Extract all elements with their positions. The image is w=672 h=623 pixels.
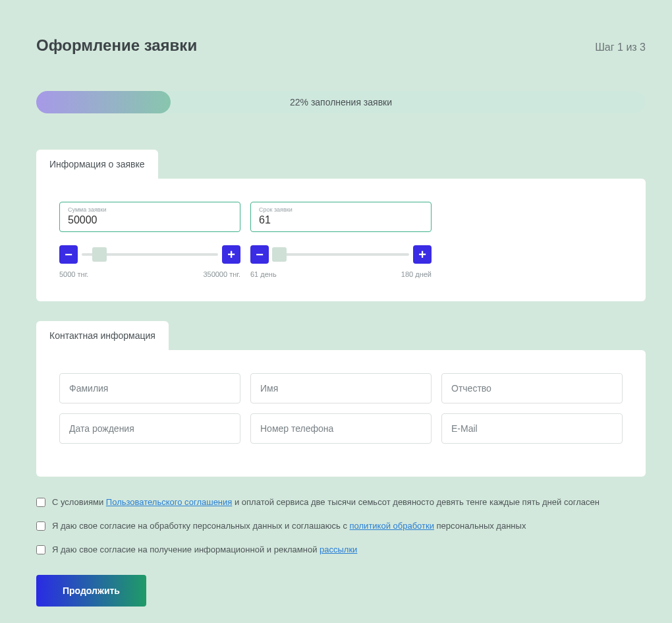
amount-label: Сумма заявки — [68, 206, 232, 213]
email-input[interactable] — [441, 413, 623, 444]
consent-terms-text: С условиями Пользовательского соглашения… — [52, 496, 600, 508]
term-label: Срок заявки — [259, 206, 423, 213]
continue-button[interactable]: Продолжить — [36, 575, 146, 607]
amount-minus-button[interactable]: − — [59, 245, 78, 264]
amount-slider-thumb[interactable] — [92, 247, 107, 262]
term-minus-button[interactable]: − — [250, 245, 269, 264]
amount-field[interactable]: Сумма заявки — [59, 202, 240, 232]
progress-bar: 22% заполнения заявки — [36, 91, 646, 113]
contact-card — [36, 350, 646, 477]
page-title: Оформление заявки — [36, 36, 197, 55]
link-privacy-policy[interactable]: политикой обработки — [350, 521, 434, 531]
tab-contact: Контактная информация — [36, 321, 169, 350]
link-mailing[interactable]: рассылки — [320, 545, 357, 554]
term-slider-thumb[interactable] — [272, 247, 287, 262]
term-slider-track[interactable] — [273, 253, 409, 256]
patronymic-input[interactable] — [441, 373, 623, 403]
consent-data-checkbox[interactable] — [36, 521, 45, 531]
consent-mail-text: Я даю свое согласие на получение информа… — [52, 544, 357, 556]
consent-mail-row[interactable]: Я даю свое согласие на получение информа… — [36, 544, 646, 556]
dob-input[interactable] — [59, 413, 240, 444]
progress-fill — [36, 91, 171, 113]
firstname-input[interactable] — [250, 373, 432, 403]
consent-terms-checkbox[interactable] — [36, 498, 45, 507]
link-user-agreement[interactable]: Пользовательского соглашения — [106, 497, 233, 507]
lastname-input[interactable] — [59, 373, 240, 403]
amount-input[interactable] — [68, 214, 232, 226]
amount-plus-button[interactable]: + — [222, 245, 240, 264]
consent-terms-row[interactable]: С условиями Пользовательского соглашения… — [36, 496, 646, 508]
term-field[interactable]: Срок заявки — [250, 202, 432, 232]
progress-label: 22% заполнения заявки — [290, 97, 392, 107]
phone-input[interactable] — [250, 413, 432, 444]
term-min-label: 61 день — [250, 270, 277, 278]
term-max-label: 180 дней — [401, 270, 432, 278]
consent-data-row[interactable]: Я даю свое согласие на обработку персона… — [36, 520, 646, 532]
tab-info: Информация о заявке — [36, 150, 158, 179]
amount-slider-track[interactable] — [82, 253, 218, 256]
step-indicator: Шаг 1 из 3 — [595, 42, 646, 53]
consent-mail-checkbox[interactable] — [36, 545, 45, 554]
consent-data-text: Я даю свое согласие на обработку персона… — [52, 520, 526, 532]
amount-min-label: 5000 тнг. — [59, 270, 88, 278]
info-card: Сумма заявки − + 5000 тнг. 350000 тнг. — [36, 179, 646, 301]
amount-max-label: 350000 тнг. — [203, 270, 240, 278]
term-plus-button[interactable]: + — [413, 245, 432, 264]
term-input[interactable] — [259, 214, 423, 226]
